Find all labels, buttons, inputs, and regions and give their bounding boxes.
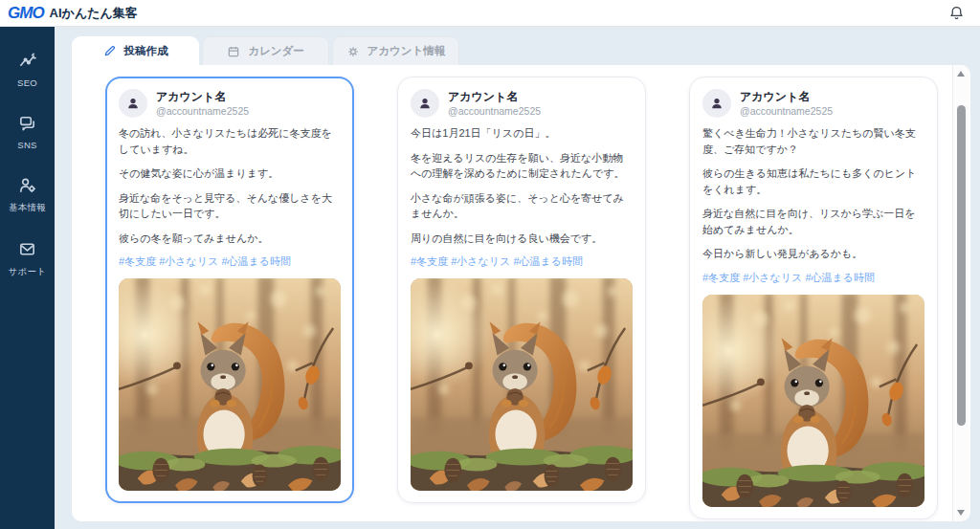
post-paragraph: 身近な自然に目を向け、リスから学ぶ一日を始めてみませんか。 — [702, 206, 924, 237]
post-paragraph: 驚くべき生命力！小さなリスたちの賢い冬支度、ご存知ですか？ — [702, 125, 924, 157]
post-card-header: アカウント名 @accountname2525 — [411, 89, 633, 118]
notification-bell-icon[interactable] — [948, 5, 965, 21]
account-name: アカウント名 — [740, 90, 833, 105]
tab-calendar[interactable]: カレンダー — [202, 36, 329, 65]
app-window: GMO AIかんたん集客 SEO SNS — [0, 0, 980, 529]
person-icon — [126, 97, 140, 110]
post-image-squirrel — [702, 295, 924, 507]
post-card-3[interactable]: アカウント名 @accountname2525 驚くべき生命力！小さなリスたちの… — [689, 77, 938, 519]
avatar — [702, 89, 731, 118]
post-hashtags[interactable]: #冬支度 #小さなリス #心温まる時間 — [702, 271, 924, 285]
post-text: 驚くべき生命力！小さなリスたちの賢い冬支度、ご存知ですか？ 彼らの生きる知恵は私… — [702, 125, 924, 262]
vertical-scrollbar[interactable] — [952, 65, 969, 521]
tab-account-info[interactable]: アカウント情報 — [332, 36, 459, 65]
post-text: 冬の訪れ、小さなリスたちは必死に冬支度をしていますね。 その健気な姿に心が温まり… — [119, 125, 341, 246]
post-cards-row: アカウント名 @accountname2525 冬の訪れ、小さなリスたちは必死に… — [105, 77, 938, 519]
account-handle: @accountname2525 — [740, 105, 833, 118]
gear-icon — [346, 45, 360, 58]
brand: GMO AIかんたん集客 — [8, 4, 138, 23]
chat-bubbles-icon — [18, 114, 36, 136]
tab-label: カレンダー — [248, 44, 304, 58]
post-card-1[interactable]: アカウント名 @accountname2525 冬の訪れ、小さなリスたちは必死に… — [105, 77, 354, 503]
tab-bar: 投稿作成 カレンダー アカウント情報 — [72, 36, 459, 65]
tab-post-create[interactable]: 投稿作成 — [72, 36, 199, 65]
post-image-squirrel — [119, 278, 341, 491]
sidebar-item-sns[interactable]: SNS — [17, 114, 36, 150]
scroll-down-icon[interactable] — [957, 510, 965, 516]
scroll-thumb[interactable] — [957, 105, 966, 426]
analytics-chart-icon — [18, 52, 36, 74]
sidebar-nav: SEO SNS 基本情報 サポート — [0, 27, 55, 529]
post-paragraph: 彼らの冬を願ってみませんか。 — [119, 231, 341, 247]
account-handle: @accountname2525 — [156, 105, 249, 118]
post-card-header: アカウント名 @accountname2525 — [702, 89, 924, 118]
tab-label: アカウント情報 — [368, 44, 446, 58]
account-name: アカウント名 — [448, 90, 541, 105]
post-card-2[interactable]: アカウント名 @accountname2525 今日は1月21日「リスの日」。 … — [397, 77, 646, 503]
gmo-logo: GMO — [8, 4, 44, 23]
person-icon — [710, 97, 724, 110]
sidebar-label: SNS — [17, 140, 36, 150]
post-card-header: アカウント名 @accountname2525 — [119, 89, 341, 118]
account-name: アカウント名 — [156, 90, 249, 105]
post-paragraph: 彼らの生きる知恵は私たちにも多くのヒントをくれます。 — [702, 165, 924, 197]
person-gear-icon — [18, 176, 36, 198]
post-paragraph: 周りの自然に目を向ける良い機会です。 — [411, 231, 633, 247]
post-paragraph: 今日から新しい発見があるかも。 — [702, 246, 924, 262]
sidebar-label: サポート — [9, 266, 47, 278]
post-hashtags[interactable]: #冬支度 #小さなリス #心温まる時間 — [119, 254, 341, 269]
post-paragraph: 今日は1月21日「リスの日」。 — [411, 125, 633, 142]
sidebar-item-support[interactable]: サポート — [9, 240, 47, 278]
pencil-icon — [103, 44, 117, 57]
scroll-up-icon[interactable] — [957, 71, 965, 77]
calendar-icon — [227, 45, 240, 58]
avatar — [119, 89, 147, 118]
sidebar-label: 基本情報 — [9, 202, 46, 214]
post-text: 今日は1月21日「リスの日」。 冬を迎えるリスの生存を願い、身近な小動物への理解… — [411, 125, 633, 246]
post-paragraph: 冬の訪れ、小さなリスたちは必死に冬支度をしていますね。 — [119, 125, 341, 157]
post-paragraph: 小さな命が頑張る姿に、そっと心を寄せてみませんか。 — [411, 190, 633, 222]
post-image-squirrel — [411, 278, 633, 491]
post-paragraph: 冬を迎えるリスの生存を願い、身近な小動物への理解を深めるために制定されたんです。 — [411, 150, 633, 182]
sidebar-item-basic-info[interactable]: 基本情報 — [9, 176, 46, 214]
sidebar-item-seo[interactable]: SEO — [17, 52, 37, 88]
post-hashtags[interactable]: #冬支度 #小さなリス #心温まる時間 — [411, 254, 633, 269]
post-paragraph: 身近な命をそっと見守る、そんな優しさを大切にしたい一日です。 — [119, 190, 341, 222]
posts-panel: アカウント名 @accountname2525 冬の訪れ、小さなリスたちは必死に… — [72, 65, 970, 521]
app-title: AIかんたん集客 — [50, 5, 138, 22]
tab-label: 投稿作成 — [124, 44, 168, 58]
avatar — [411, 89, 439, 118]
post-paragraph: その健気な姿に心が温まります。 — [119, 165, 341, 182]
account-handle: @accountname2525 — [448, 105, 541, 118]
sidebar-label: SEO — [17, 77, 37, 88]
top-header: GMO AIかんたん集客 — [0, 0, 980, 27]
mail-envelope-icon — [18, 240, 36, 262]
person-icon — [418, 97, 432, 110]
